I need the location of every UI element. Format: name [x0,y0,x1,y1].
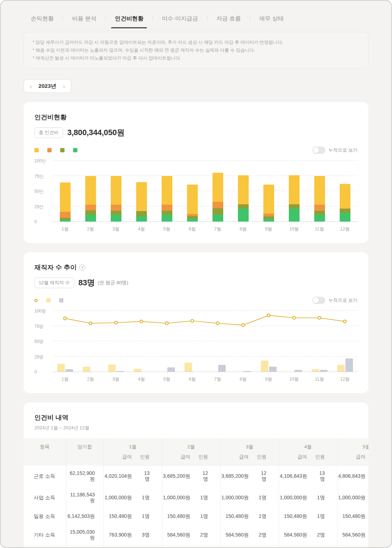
cell-headcount: 2명 [257,524,279,546]
cell-item: 인건비 총합 [24,546,66,548]
bar-segment-사업 소득 [263,216,274,219]
legend-swatch-icon [47,148,52,152]
year-next-button[interactable]: › [62,83,66,90]
cell-headcount: 12명 [198,466,220,487]
cell-salary: 5,896,220원 [162,546,198,548]
y-tick-label: 0 [34,370,37,375]
bar-column [205,161,230,221]
x-tick-label: 10월 [281,226,307,232]
x-tick-label: 3월 [103,376,129,382]
bar-segment-기타 소득 [136,216,147,221]
line-point [216,322,219,325]
stacked-bar-2월 [85,176,96,221]
line-marker-icon [34,299,38,302]
cell-salary: 5,896,220원 [220,546,257,548]
col-header-4월: 4월 [279,438,337,452]
x-tick-label: 1월 [52,376,78,382]
col-header-salary: 급여 [337,452,368,466]
cell-item: 기타 소득 [24,524,66,546]
col-header-salary: 급여 [220,452,257,466]
line-point [242,324,245,327]
legend-swatch-icon [34,148,39,152]
bar-segment-사업 소득 [162,211,172,215]
tab-자금 흐름[interactable]: 자금 흐름 [215,13,242,28]
labor-cost-card: 인건비현황 총 인건비 3,800,344,050원 누적으로 보기 100만7… [24,102,368,243]
cell-headcount: 1명 [257,487,279,509]
labor-cost-chart: 100만75만50만25만01월2월3월4월5월6월7월8월9월10월11월12… [34,161,358,232]
headcount-title: 재직자 수 추이 [34,263,77,272]
section-tabs: 손익현황비용 분석인건비현황미수·미지급금자금 흐름재무 상태 [29,13,368,28]
tab-손익현황[interactable]: 손익현황 [29,13,55,28]
bar-column [180,161,205,221]
bar-segment-근로 소득 [136,182,147,211]
y-tick-label: 75명 [34,323,43,329]
y-tick-label: 75만 [34,173,43,179]
cell-headcount: 2명 [198,524,220,546]
x-tick-label: 6월 [180,226,205,232]
legend-item-undefined [73,148,80,152]
bar-segment-기타 소득 [289,209,300,221]
col-header-1월: 1월 [104,438,162,452]
total-labor-cost-value: 3,800,344,050원 [67,127,125,138]
bar-column [78,161,103,221]
y-tick-label: 100만 [34,158,46,164]
yearly-average-headcount: (연 평균 80명) [98,280,129,286]
cell-salary: 6,486,203원 [279,546,315,548]
bar-segment-사업 소득 [289,204,300,209]
tab-비용 분석[interactable]: 비용 분석 [71,13,98,28]
help-icon[interactable]: ? [79,265,85,271]
x-tick [116,221,116,223]
table-row: 근로 소득62,152,900원4,020,104원13명3,685,200원1… [24,466,368,487]
stacked-bar-12월 [340,184,350,221]
chart-area: 100만75만50만25만01월2월3월4월5월6월7월8월9월10월11월12… [34,161,358,232]
bar-segment-기타 소득 [60,220,71,221]
legend-swatch-icon [60,148,64,152]
cell-headcount: 1명 [140,509,162,524]
plot-wrap: 1월2월3월4월5월6월7월8월9월10월11월12월 [52,161,358,232]
legend-item-undefined [34,148,41,152]
x-tick-label: 11월 [307,376,332,382]
stacked-bar-7월 [212,173,223,221]
tab-divider [63,16,63,21]
tab-인건비현황[interactable]: 인건비현황 [113,13,145,28]
cumulative-toggle-2[interactable] [312,297,325,304]
toggle-knob [313,297,319,303]
stacked-bar-3월 [111,176,121,221]
detail-period: 2024년 1월 ~ 2024년 12월 [34,425,358,431]
line-point [267,314,270,317]
cell-item: 일용 소득 [24,509,66,524]
notice-box: * 담당 세무사가 급여카드 마감 시 자동으로 업데이트되는 자료이며, 추가… [24,32,368,68]
tab-미수·미지급금[interactable]: 미수·미지급금 [160,13,199,28]
stacked-bar-9월 [263,185,274,221]
year-prev-button[interactable]: ‹ [29,83,33,90]
cell-salary: 1,000,000원 [220,487,257,509]
line-point [166,322,168,325]
bar-segment-기타 소득 [238,209,249,221]
table-row: 사업 소득11,186,543원1,000,000원1명1,000,000원1명… [24,487,368,509]
year-selector[interactable]: ‹ 2023년 › [24,79,71,93]
cumulative-toggle[interactable] [312,147,325,154]
x-tick-label: 6월 [180,376,205,382]
cell-salary: 1,000,000원 [337,487,368,509]
legend-item-undefined [46,298,53,302]
bar-column [256,161,281,221]
x-tick [167,221,167,223]
tab-재무 상태[interactable]: 재무 상태 [258,13,285,28]
bar-segment-근로 소득 [85,176,96,205]
x-tick-label: 7월 [205,376,230,382]
bar-segment-근로 소득 [187,185,198,214]
cell-salary: 150,480원 [279,509,315,524]
bar-segment-기타 소득 [263,219,274,221]
year-value: 2023년 [38,82,56,90]
bar-column [307,161,332,221]
stacked-bar-8월 [238,175,249,221]
line-point [318,316,321,319]
cell-headcount: 1명 [140,487,162,509]
cell-headcount: 18명 [140,546,162,548]
legend-swatch-icon [59,298,63,302]
bar-segment-사업 소득 [85,210,96,215]
x-tick [243,221,244,223]
x-tick-label: 11월 [307,226,332,232]
col-header-5월: 5월 [337,438,368,452]
legend-item-undefined [34,299,40,302]
